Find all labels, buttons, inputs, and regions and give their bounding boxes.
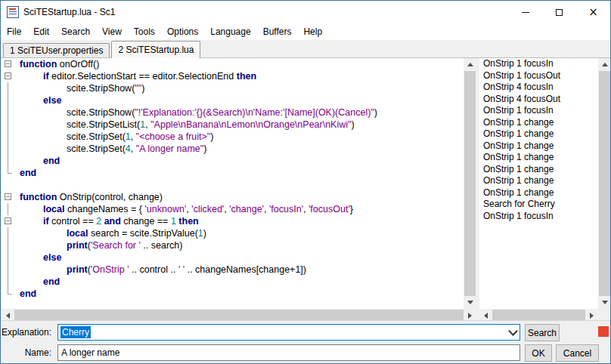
- fold-margin: [2, 179, 15, 191]
- minimize-button[interactable]: [508, 1, 542, 23]
- menu-item-file[interactable]: File: [1, 24, 27, 39]
- output-line: OnStrip 1 change: [479, 117, 598, 129]
- menu-item-tools[interactable]: Tools: [128, 24, 161, 39]
- fold-margin: [2, 264, 15, 276]
- code-line[interactable]: scite.StripShow("!'Explanation:'{}(&Sear…: [2, 106, 464, 119]
- code-line[interactable]: else: [2, 94, 464, 106]
- code-line[interactable]: [2, 179, 464, 191]
- maximize-icon: [556, 9, 563, 16]
- maximize-button[interactable]: [542, 1, 576, 23]
- code-line[interactable]: local search = scite.StripValue(1): [2, 227, 464, 239]
- fold-margin: [2, 143, 15, 155]
- search-button[interactable]: Search: [525, 324, 560, 341]
- code-line[interactable]: print('Search for ' .. search): [2, 239, 464, 251]
- window-title: SciTEStartup.lua - Sc1: [23, 7, 115, 17]
- name-strip-row: Name: OK Cancel: [2, 344, 611, 362]
- menu-item-help[interactable]: Help: [297, 24, 328, 39]
- code-line[interactable]: if editor.SelectionStart == editor.Selec…: [2, 70, 464, 82]
- name-input[interactable]: [57, 344, 520, 361]
- output-line: OnStrip 1 focusIn: [479, 105, 598, 117]
- menu-item-edit[interactable]: Edit: [27, 24, 55, 39]
- content-area: function onOrOff()if editor.SelectionSta…: [2, 58, 611, 322]
- output-line: OnStrip 1 change: [479, 175, 598, 187]
- scite-window: SciTEStartup.lua - Sc1 × FileEditSearchV…: [0, 0, 611, 364]
- fold-margin: [2, 288, 15, 300]
- output-line: OnStrip 4 focusIn: [479, 82, 598, 94]
- editor-hscroll-thumb[interactable]: [14, 310, 464, 321]
- code-line[interactable]: scite.StripSet(1, "<choose a fruit>"): [2, 131, 464, 143]
- code-line[interactable]: scite.StripShow(""): [2, 82, 464, 94]
- ok-button[interactable]: OK: [525, 344, 552, 362]
- code-line[interactable]: print('OnStrip ' .. control .. ' ' .. ch…: [2, 264, 464, 276]
- code-line[interactable]: end: [2, 167, 464, 179]
- output-hscroll-thumb[interactable]: [492, 310, 585, 321]
- output-line: OnStrip 1 change: [479, 140, 598, 153]
- fold-margin: [2, 167, 15, 179]
- editor-vertical-scrollbar[interactable]: [464, 58, 476, 309]
- fold-margin: [2, 203, 15, 215]
- menu-item-search[interactable]: Search: [55, 24, 96, 39]
- title-bar[interactable]: SciTEStartup.lua - Sc1 ×: [1, 1, 610, 23]
- output-line: OnStrip 1 change: [479, 187, 598, 199]
- output-vertical-scrollbar[interactable]: [598, 58, 611, 309]
- code-line[interactable]: scite.StripSetList(1, "Apple\nBanana\nLe…: [2, 119, 464, 131]
- output-line: OnStrip 1 change: [479, 152, 598, 164]
- fold-collapse-icon[interactable]: [2, 215, 15, 227]
- fold-margin: [2, 251, 15, 264]
- menu-item-view[interactable]: View: [96, 24, 128, 39]
- app-icon: [7, 6, 19, 18]
- red-indicator: [598, 326, 609, 337]
- output-pane[interactable]: OnStrip 1 focusInOnStrip 1 focusOutOnStr…: [479, 58, 598, 309]
- output-line: OnStrip 1 focusIn: [479, 58, 598, 70]
- scroll-down-icon[interactable]: [464, 296, 476, 309]
- close-icon: ×: [588, 7, 598, 18]
- fold-margin: [2, 131, 15, 143]
- menu-item-language[interactable]: Language: [204, 24, 256, 39]
- explanation-label: Explanation:: [2, 324, 51, 341]
- code-line[interactable]: end: [2, 288, 464, 300]
- code-line[interactable]: function OnStrip(control, change): [2, 191, 464, 203]
- fold-collapse-icon[interactable]: [2, 58, 15, 70]
- scroll-down-icon[interactable]: [598, 296, 611, 309]
- cancel-button[interactable]: Cancel: [556, 344, 599, 362]
- code-line[interactable]: if control == 2 and change == 1 then: [2, 215, 464, 227]
- fold-margin: [2, 106, 15, 119]
- fold-collapse-icon[interactable]: [2, 191, 15, 203]
- close-button[interactable]: ×: [576, 1, 610, 23]
- fold-collapse-icon[interactable]: [2, 70, 15, 82]
- menu-item-buffers[interactable]: Buffers: [257, 24, 298, 39]
- user-strips: Explanation: Cherry Search Name: OK Canc…: [2, 320, 611, 362]
- output-line: OnStrip 1 focusOut: [479, 70, 598, 82]
- explanation-combobox[interactable]: Cherry: [57, 324, 520, 341]
- chevron-down-icon[interactable]: [506, 325, 520, 340]
- output-vscroll-thumb[interactable]: [599, 71, 610, 296]
- code-line[interactable]: end: [2, 155, 464, 167]
- output-line: OnStrip 1 change: [479, 164, 598, 176]
- fold-margin: [2, 239, 15, 251]
- tab-2[interactable]: 2 SciTEStartup.lua: [111, 41, 200, 58]
- tab-bar: 1 SciTEUser.properties2 SciTEStartup.lua: [1, 40, 610, 58]
- menu-item-options[interactable]: Options: [161, 24, 204, 39]
- menu-bar: FileEditSearchViewToolsOptionsLanguageBu…: [1, 23, 610, 40]
- fold-margin: [2, 82, 15, 94]
- scroll-up-icon[interactable]: [598, 58, 611, 71]
- code-line[interactable]: end: [2, 276, 464, 288]
- code-line[interactable]: else: [2, 251, 464, 264]
- code-line[interactable]: local changeNames = { 'unknown', 'clicke…: [2, 203, 464, 215]
- code-line[interactable]: function onOrOff(): [2, 58, 464, 70]
- editor-code[interactable]: function onOrOff()if editor.SelectionSta…: [2, 58, 464, 309]
- fold-margin: [2, 276, 15, 288]
- output-line: OnStrip 4 focusOut: [479, 94, 598, 106]
- fold-margin: [2, 94, 15, 106]
- output-line: OnStrip 1 change: [479, 128, 598, 140]
- editor-vscroll-thumb[interactable]: [464, 71, 476, 296]
- fold-margin: [2, 227, 15, 239]
- name-label: Name:: [2, 344, 51, 362]
- output-line: OnStrip 1 focusIn: [479, 211, 598, 223]
- output-line: Search for Cherry: [479, 199, 598, 211]
- combobox-selected-text: Cherry: [60, 326, 91, 338]
- tab-1[interactable]: 1 SciTEUser.properties: [3, 43, 110, 57]
- code-line[interactable]: scite.StripSet(4, "A longer name"): [2, 143, 464, 155]
- scroll-up-icon[interactable]: [464, 58, 476, 71]
- fold-margin: [2, 119, 15, 131]
